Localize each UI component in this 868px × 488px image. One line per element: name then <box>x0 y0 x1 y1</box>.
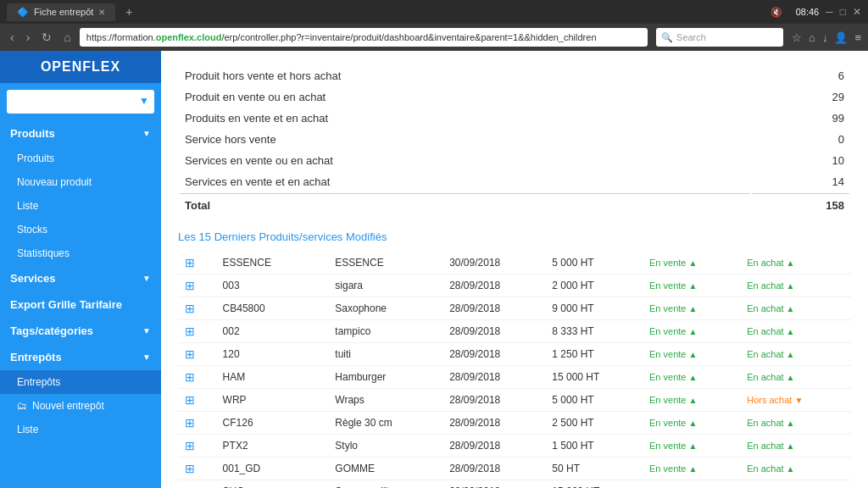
sidebar-item-statistiques[interactable]: Statistiques <box>0 241 161 265</box>
vente-badge: En vente ▲ <box>649 395 733 405</box>
profile-icon[interactable]: 👤 <box>834 31 848 44</box>
achat-badge: En achat ▲ <box>747 441 844 451</box>
content-area: Produit hors vente et hors achat 6 Produ… <box>161 51 868 488</box>
sidebar-item-liste[interactable]: Liste <box>0 194 161 218</box>
menu-icon[interactable]: ≡ <box>854 31 861 44</box>
maximize-button[interactable]: □ <box>840 6 846 18</box>
tab-close-button[interactable]: ✕ <box>98 8 105 17</box>
product-row-10[interactable]: ⊞ SUC Sucre vanille 28/09/2018 15 000 HT… <box>178 480 851 489</box>
minimize-button[interactable]: ─ <box>826 6 833 18</box>
product-code[interactable]: HAM <box>216 366 329 389</box>
product-date: 28/09/2018 <box>442 320 545 343</box>
product-icon: ⊞ <box>185 485 195 488</box>
sidebar-item-liste-entrepots[interactable]: Liste <box>0 418 161 441</box>
product-name: sigara <box>328 274 442 297</box>
sidebar-item-stocks[interactable]: Stocks <box>0 218 161 241</box>
product-row-6[interactable]: ⊞ WRP Wraps 28/09/2018 5 000 HT En vente… <box>178 389 851 412</box>
sidebar-section-entrepots[interactable]: Entrepôts ▼ <box>0 344 161 370</box>
product-icon: ⊞ <box>185 347 195 361</box>
product-code[interactable]: PTX2 <box>216 435 329 458</box>
product-row-0[interactable]: ⊞ ESSENCE ESSENCE 30/09/2018 5 000 HT En… <box>178 252 851 274</box>
product-row-9[interactable]: ⊞ 001_GD GOMME 28/09/2018 50 HT En vente… <box>178 458 851 480</box>
sidebar-item-entrepots[interactable]: Entrepôts <box>0 370 161 394</box>
product-row-4[interactable]: ⊞ 120 tuiti 28/09/2018 1 250 HT En vente… <box>178 343 851 366</box>
sidebar-section-export[interactable]: Export Grille Tarifaire <box>0 291 161 318</box>
product-price: 2 500 HT <box>545 412 643 435</box>
product-name: Wraps <box>328 389 442 412</box>
product-price: 15 000 HT <box>545 480 643 489</box>
product-code[interactable]: CB45800 <box>216 297 329 320</box>
product-achat-status: En achat ▲ <box>740 480 851 489</box>
close-button[interactable]: ✕ <box>853 6 861 18</box>
reload-button[interactable]: ↻ <box>38 29 55 46</box>
sidebar-item-produits[interactable]: Produits <box>0 147 161 170</box>
stat-value-2: 29 <box>752 87 849 107</box>
product-date: 28/09/2018 <box>442 435 545 458</box>
product-code[interactable]: WRP <box>216 389 329 412</box>
sidebar-section-services-arrow: ▼ <box>142 274 151 283</box>
stat-label-6: Services en vente et en achat <box>180 172 750 191</box>
achat-arrow: ▲ <box>787 441 795 451</box>
product-icon-cell: ⊞ <box>178 480 216 489</box>
forward-button[interactable]: › <box>23 29 34 46</box>
sidebar-section-tags-arrow: ▼ <box>142 326 151 336</box>
new-tab-button[interactable]: + <box>125 5 132 19</box>
product-code[interactable]: 120 <box>216 343 329 366</box>
sidebar-section-tags[interactable]: Tags/catégories ▼ <box>0 318 161 344</box>
stat-label-3: Produits en vente et en achat <box>180 108 750 128</box>
product-code[interactable]: 001_GD <box>216 458 329 480</box>
browser-tab[interactable]: 🔷 Fiche entrepôt ✕ <box>7 3 115 21</box>
stat-label-5: Services en vente ou en achat <box>180 151 750 170</box>
sidebar-section-produits[interactable]: Produits ▼ <box>0 120 161 147</box>
home-button[interactable]: ⌂ <box>60 29 74 46</box>
download-icon[interactable]: ↓ <box>822 31 828 44</box>
achat-badge: En achat ▲ <box>747 463 844 474</box>
back-button[interactable]: ‹ <box>7 29 18 46</box>
product-row-7[interactable]: ⊞ CF126 Règle 30 cm 28/09/2018 2 500 HT … <box>178 412 851 435</box>
sidebar-item-nouvel-entrepot[interactable]: 🗂 Nouvel entrepôt <box>0 394 161 418</box>
url-rest: /erp/controller.php?r=inventaire/produit… <box>221 32 596 42</box>
product-vente-status: En vente ▲ <box>643 458 740 480</box>
product-row-3[interactable]: ⊞ 002 tampico 28/09/2018 8 333 HT En ven… <box>178 320 851 343</box>
product-icon-cell: ⊞ <box>178 458 216 480</box>
product-code[interactable]: 002 <box>216 320 329 343</box>
product-row-5[interactable]: ⊞ HAM Hamburger 28/09/2018 15 000 HT En … <box>178 366 851 389</box>
product-code[interactable]: 003 <box>216 274 329 297</box>
product-price: 5 000 HT <box>545 389 643 412</box>
sidebar-search-container: ▼ <box>0 83 161 120</box>
products-table: ⊞ ESSENCE ESSENCE 30/09/2018 5 000 HT En… <box>178 252 851 488</box>
search-bar[interactable]: 🔍 Search <box>656 28 783 47</box>
bookmark-icon[interactable]: ☆ <box>792 31 802 44</box>
product-icon-cell: ⊞ <box>178 320 216 343</box>
url-bar[interactable]: https://formation.openflex.cloud/erp/con… <box>80 28 648 47</box>
product-code[interactable]: SUC <box>216 480 329 489</box>
sidebar-section-services-label: Services <box>10 272 56 285</box>
product-row-1[interactable]: ⊞ 003 sigara 28/09/2018 2 000 HT En vent… <box>178 274 851 297</box>
sidebar-logo: OPENFLEX <box>0 51 161 83</box>
sidebar-item-nouveau-produit[interactable]: Nouveau produit <box>0 170 161 194</box>
search-dropdown-icon[interactable]: ▼ <box>137 95 151 107</box>
product-price: 5 000 HT <box>545 252 643 274</box>
home-icon[interactable]: ⌂ <box>809 31 815 44</box>
product-achat-status: En achat ▲ <box>740 458 851 480</box>
vente-badge: En vente ▲ <box>649 463 733 474</box>
product-row-2[interactable]: ⊞ CB45800 Saxophone 28/09/2018 9 000 HT … <box>178 297 851 320</box>
search-input[interactable] <box>7 90 154 114</box>
achat-badge: En achat ▲ <box>747 372 844 382</box>
product-icon: ⊞ <box>185 393 195 407</box>
product-price: 15 000 HT <box>545 366 643 389</box>
achat-arrow: ▲ <box>787 258 795 268</box>
sidebar-section-services[interactable]: Services ▼ <box>0 265 161 291</box>
browser-titlebar: 🔷 Fiche entrepôt ✕ + 🔇 08:46 ─ □ ✕ <box>0 0 868 24</box>
product-code[interactable]: CF126 <box>216 412 329 435</box>
vente-badge: En vente ▲ <box>649 418 733 428</box>
achat-badge: En achat ▲ <box>747 349 844 359</box>
product-code[interactable]: ESSENCE <box>216 252 329 274</box>
browser-navbar: ‹ › ↻ ⌂ https://formation.openflex.cloud… <box>0 24 868 51</box>
achat-badge: En achat ▲ <box>747 280 844 291</box>
product-row-8[interactable]: ⊞ PTX2 Stylo 28/09/2018 1 500 HT En vent… <box>178 435 851 458</box>
product-date: 28/09/2018 <box>442 343 545 366</box>
vente-arrow: ▲ <box>688 258 697 268</box>
product-vente-status: En vente ▲ <box>643 274 740 297</box>
product-price: 1 250 HT <box>545 343 643 366</box>
